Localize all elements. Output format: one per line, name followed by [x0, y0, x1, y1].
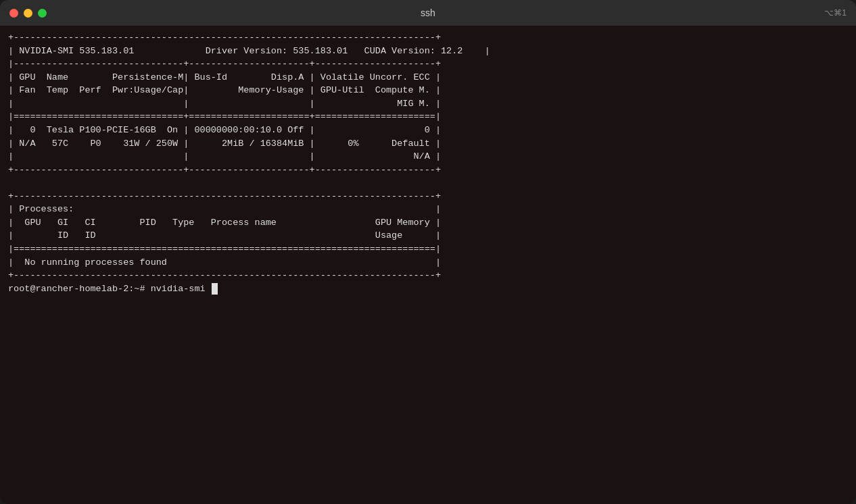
- window-title: ssh: [421, 7, 435, 18]
- traffic-lights: [9, 9, 47, 18]
- prompt-line: root@rancher-homelab-2:~# nvidia-smi: [8, 282, 848, 296]
- terminal-body[interactable]: +---------------------------------------…: [0, 26, 856, 504]
- keyboard-shortcut: ⌥⌘1: [824, 8, 847, 18]
- maximize-button[interactable]: [38, 9, 47, 18]
- terminal-output: +---------------------------------------…: [8, 32, 490, 280]
- minimize-button[interactable]: [24, 9, 32, 18]
- terminal-window: ssh ⌥⌘1 +-------------------------------…: [0, 0, 856, 504]
- close-button[interactable]: [9, 9, 18, 18]
- prompt-text: root@rancher-homelab-2:~# nvidia-smi: [8, 282, 211, 296]
- cursor: [212, 283, 218, 295]
- titlebar: ssh ⌥⌘1: [0, 0, 856, 26]
